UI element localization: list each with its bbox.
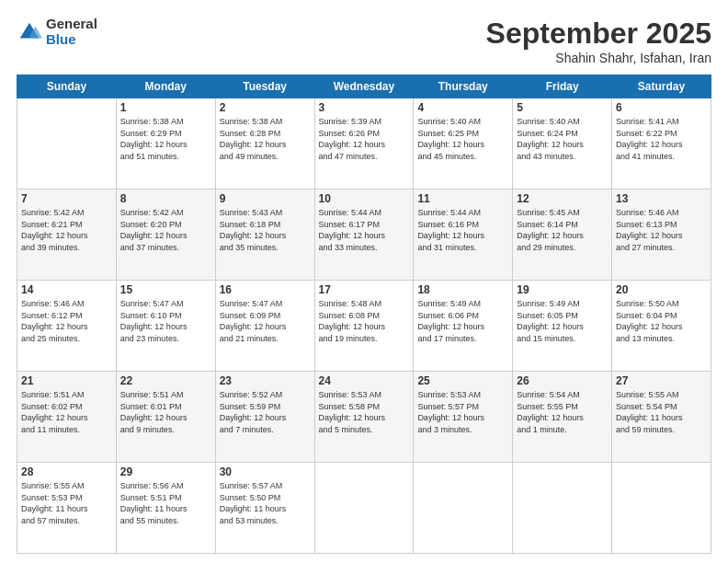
cell-info: Sunrise: 5:40 AMSunset: 6:25 PMDaylight:… <box>417 116 508 162</box>
calendar-cell: 15Sunrise: 5:47 AMSunset: 6:10 PMDayligh… <box>116 281 215 372</box>
day-number: 2 <box>220 101 311 114</box>
calendar-cell: 30Sunrise: 5:57 AMSunset: 5:50 PMDayligh… <box>215 463 314 554</box>
title-block: September 2025 Shahin Shahr, Isfahan, Ir… <box>486 17 711 65</box>
calendar-cell: 10Sunrise: 5:44 AMSunset: 6:17 PMDayligh… <box>314 190 414 281</box>
cell-info: Sunrise: 5:45 AMSunset: 6:14 PMDaylight:… <box>517 207 608 253</box>
weekday-label: Friday <box>513 75 612 98</box>
calendar-body: 1Sunrise: 5:38 AMSunset: 6:29 PMDaylight… <box>17 98 711 554</box>
day-number: 22 <box>120 374 211 387</box>
calendar-cell: 9Sunrise: 5:43 AMSunset: 6:18 PMDaylight… <box>215 190 314 281</box>
cell-info: Sunrise: 5:39 AMSunset: 6:26 PMDaylight:… <box>319 116 410 162</box>
logo: General Blue <box>17 17 97 47</box>
calendar-cell <box>17 98 117 190</box>
calendar-cell: 19Sunrise: 5:49 AMSunset: 6:05 PMDayligh… <box>513 281 612 372</box>
calendar-cell: 16Sunrise: 5:47 AMSunset: 6:09 PMDayligh… <box>215 281 314 372</box>
calendar-cell: 26Sunrise: 5:54 AMSunset: 5:55 PMDayligh… <box>513 372 612 463</box>
calendar-cell: 12Sunrise: 5:45 AMSunset: 6:14 PMDayligh… <box>513 190 612 281</box>
cell-info: Sunrise: 5:51 AMSunset: 6:01 PMDaylight:… <box>120 389 211 435</box>
day-number: 11 <box>417 192 508 205</box>
day-number: 24 <box>319 374 410 387</box>
day-number: 26 <box>517 374 608 387</box>
cell-info: Sunrise: 5:51 AMSunset: 6:02 PMDaylight:… <box>21 389 112 435</box>
calendar-cell: 23Sunrise: 5:52 AMSunset: 5:59 PMDayligh… <box>215 372 314 463</box>
header: General Blue September 2025 Shahin Shahr… <box>17 17 711 65</box>
calendar-cell: 27Sunrise: 5:55 AMSunset: 5:54 PMDayligh… <box>612 372 711 463</box>
day-number: 4 <box>417 101 508 114</box>
calendar-cell: 2Sunrise: 5:38 AMSunset: 6:28 PMDaylight… <box>215 98 314 190</box>
day-number: 9 <box>220 192 311 205</box>
cell-info: Sunrise: 5:57 AMSunset: 5:50 PMDaylight:… <box>220 480 311 526</box>
logo-icon <box>17 19 42 45</box>
calendar-cell: 29Sunrise: 5:56 AMSunset: 5:51 PMDayligh… <box>116 463 215 554</box>
calendar-week-row: 14Sunrise: 5:46 AMSunset: 6:12 PMDayligh… <box>17 281 711 372</box>
weekday-label: Saturday <box>612 75 711 98</box>
weekday-label: Wednesday <box>314 75 414 98</box>
calendar-cell: 6Sunrise: 5:41 AMSunset: 6:22 PMDaylight… <box>612 98 711 190</box>
day-number: 15 <box>120 283 211 296</box>
cell-info: Sunrise: 5:48 AMSunset: 6:08 PMDaylight:… <box>319 298 410 344</box>
calendar-cell: 14Sunrise: 5:46 AMSunset: 6:12 PMDayligh… <box>17 281 117 372</box>
day-number: 23 <box>220 374 311 387</box>
calendar-cell <box>414 463 513 554</box>
cell-info: Sunrise: 5:49 AMSunset: 6:06 PMDaylight:… <box>417 298 508 344</box>
calendar-cell: 20Sunrise: 5:50 AMSunset: 6:04 PMDayligh… <box>612 281 711 372</box>
day-number: 20 <box>616 283 707 296</box>
day-number: 18 <box>417 283 508 296</box>
calendar-cell: 22Sunrise: 5:51 AMSunset: 6:01 PMDayligh… <box>116 372 215 463</box>
cell-info: Sunrise: 5:50 AMSunset: 6:04 PMDaylight:… <box>616 298 707 344</box>
day-number: 30 <box>220 465 311 478</box>
day-number: 8 <box>120 192 211 205</box>
day-number: 10 <box>319 192 410 205</box>
cell-info: Sunrise: 5:53 AMSunset: 5:58 PMDaylight:… <box>319 389 410 435</box>
cell-info: Sunrise: 5:56 AMSunset: 5:51 PMDaylight:… <box>120 480 211 526</box>
day-number: 29 <box>120 465 211 478</box>
page: General Blue September 2025 Shahin Shahr… <box>0 0 728 563</box>
calendar-cell: 3Sunrise: 5:39 AMSunset: 6:26 PMDaylight… <box>314 98 414 190</box>
day-number: 19 <box>517 283 608 296</box>
cell-info: Sunrise: 5:38 AMSunset: 6:29 PMDaylight:… <box>120 116 211 162</box>
calendar-cell <box>612 463 711 554</box>
location-title: Shahin Shahr, Isfahan, Iran <box>486 51 711 65</box>
weekday-label: Monday <box>116 75 215 98</box>
cell-info: Sunrise: 5:55 AMSunset: 5:53 PMDaylight:… <box>21 480 112 526</box>
cell-info: Sunrise: 5:53 AMSunset: 5:57 PMDaylight:… <box>417 389 508 435</box>
cell-info: Sunrise: 5:40 AMSunset: 6:24 PMDaylight:… <box>517 116 608 162</box>
cell-info: Sunrise: 5:54 AMSunset: 5:55 PMDaylight:… <box>517 389 608 435</box>
day-number: 21 <box>21 374 112 387</box>
logo-blue: Blue <box>46 32 97 48</box>
cell-info: Sunrise: 5:38 AMSunset: 6:28 PMDaylight:… <box>220 116 311 162</box>
logo-general: General <box>46 17 97 32</box>
weekday-label: Sunday <box>17 75 117 98</box>
cell-info: Sunrise: 5:44 AMSunset: 6:16 PMDaylight:… <box>417 207 508 253</box>
day-number: 13 <box>616 192 707 205</box>
weekday-header: SundayMondayTuesdayWednesdayThursdayFrid… <box>17 75 711 98</box>
calendar-cell: 13Sunrise: 5:46 AMSunset: 6:13 PMDayligh… <box>612 190 711 281</box>
calendar-week-row: 7Sunrise: 5:42 AMSunset: 6:21 PMDaylight… <box>17 190 711 281</box>
cell-info: Sunrise: 5:42 AMSunset: 6:20 PMDaylight:… <box>120 207 211 253</box>
day-number: 1 <box>120 101 211 114</box>
weekday-label: Thursday <box>414 75 513 98</box>
cell-info: Sunrise: 5:46 AMSunset: 6:12 PMDaylight:… <box>21 298 112 344</box>
calendar-cell: 4Sunrise: 5:40 AMSunset: 6:25 PMDaylight… <box>414 98 513 190</box>
day-number: 27 <box>616 374 707 387</box>
calendar-cell <box>314 463 414 554</box>
day-number: 25 <box>417 374 508 387</box>
day-number: 14 <box>21 283 112 296</box>
calendar-week-row: 21Sunrise: 5:51 AMSunset: 6:02 PMDayligh… <box>17 372 711 463</box>
day-number: 12 <box>517 192 608 205</box>
day-number: 6 <box>616 101 707 114</box>
calendar-cell: 21Sunrise: 5:51 AMSunset: 6:02 PMDayligh… <box>17 372 117 463</box>
calendar-cell: 11Sunrise: 5:44 AMSunset: 6:16 PMDayligh… <box>414 190 513 281</box>
calendar-cell: 7Sunrise: 5:42 AMSunset: 6:21 PMDaylight… <box>17 190 117 281</box>
calendar-cell: 1Sunrise: 5:38 AMSunset: 6:29 PMDaylight… <box>116 98 215 190</box>
cell-info: Sunrise: 5:47 AMSunset: 6:10 PMDaylight:… <box>120 298 211 344</box>
cell-info: Sunrise: 5:46 AMSunset: 6:13 PMDaylight:… <box>616 207 707 253</box>
weekday-label: Tuesday <box>215 75 314 98</box>
cell-info: Sunrise: 5:49 AMSunset: 6:05 PMDaylight:… <box>517 298 608 344</box>
logo-text: General Blue <box>46 17 97 47</box>
cell-info: Sunrise: 5:42 AMSunset: 6:21 PMDaylight:… <box>21 207 112 253</box>
cell-info: Sunrise: 5:44 AMSunset: 6:17 PMDaylight:… <box>319 207 410 253</box>
cell-info: Sunrise: 5:41 AMSunset: 6:22 PMDaylight:… <box>616 116 707 162</box>
day-number: 17 <box>319 283 410 296</box>
day-number: 16 <box>220 283 311 296</box>
